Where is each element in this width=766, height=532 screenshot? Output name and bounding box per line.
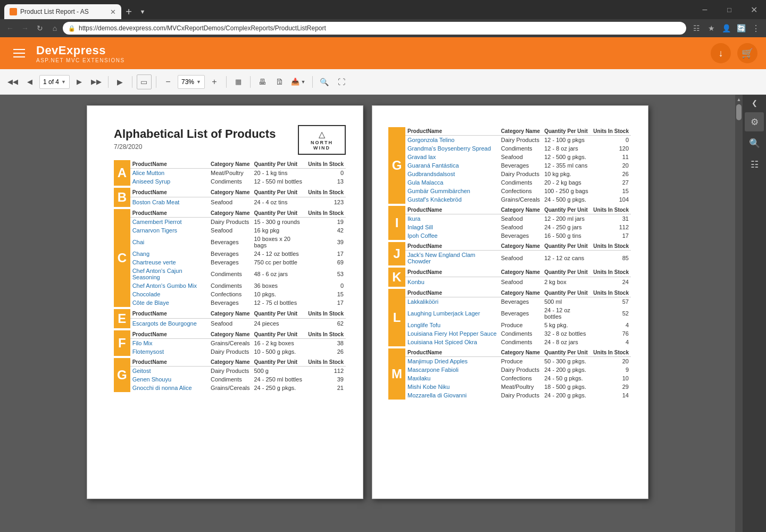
tab-favicon	[10, 8, 17, 15]
logo-triangle-icon: △	[304, 129, 339, 139]
brand-subtitle: ASP.NET MVC EXTENSIONS	[36, 57, 125, 63]
last-page-button[interactable]: ▶▶	[89, 74, 104, 89]
prev-page-button[interactable]: ◀	[22, 74, 37, 89]
select-button[interactable]: ▦	[231, 74, 246, 89]
back-button[interactable]: ←	[3, 21, 17, 35]
search-panel-icon[interactable]: 🔍	[745, 134, 764, 153]
print-button[interactable]: 🖶	[255, 74, 270, 89]
toolbar-sep-6	[312, 76, 313, 88]
page-dropdown-icon[interactable]: ▼	[61, 79, 66, 85]
product-table-left: AProductNameCategory NameQuantity Per Un…	[114, 160, 346, 394]
maximize-button[interactable]: □	[717, 0, 742, 19]
hamburger-button[interactable]	[9, 43, 30, 64]
extensions-button[interactable]: ☷	[689, 21, 703, 35]
zoom-selector[interactable]: 73% ▼	[178, 75, 205, 89]
search-toolbar-button[interactable]: 🔍	[317, 74, 332, 89]
play-button[interactable]: ▶	[113, 74, 128, 89]
panel-collapse-button[interactable]: ❮	[748, 96, 761, 110]
first-page-button[interactable]: ◀◀	[5, 74, 20, 89]
zoom-dropdown-icon[interactable]: ▼	[196, 79, 201, 85]
tab-title: Product List Report - AS	[20, 8, 107, 15]
cart-button[interactable]: 🛒	[737, 43, 757, 63]
refresh-button[interactable]: ↻	[33, 21, 47, 35]
next-page-button[interactable]: ▶	[72, 74, 87, 89]
toolbar-sep-3	[156, 76, 156, 88]
toolbar-sep-1	[108, 76, 109, 88]
report-scroll-area[interactable]: Alphabetical List of Products 7/28/2020 …	[0, 95, 735, 532]
report-page-left: Alphabetical List of Products 7/28/2020 …	[87, 105, 363, 499]
print-layout-button[interactable]: 🖺	[272, 74, 287, 89]
zoom-in-button[interactable]: +	[207, 74, 222, 89]
report-toolbar: ◀◀ ◀ 1 of 4 ▼ ▶ ▶▶ ▶ ▭ − 73% ▼ + ▦ 🖶 🖺 📥…	[0, 69, 766, 95]
fullscreen-button[interactable]: ⛶	[334, 74, 349, 89]
tree-panel-icon[interactable]: ☷	[745, 155, 764, 174]
lock-icon: 🔒	[68, 25, 76, 32]
bookmark-button[interactable]: ★	[704, 21, 718, 35]
toolbar-sep-4	[226, 76, 227, 88]
browser-tab-active[interactable]: Product List Report - AS ✕	[4, 4, 121, 19]
scroll-track: ▲	[735, 95, 743, 532]
browser-chrome: – □ ✕ Product List Report - AS ✕ + ▼ ← →…	[0, 0, 766, 37]
address-bar[interactable]: 🔒 https://demos.devexpress.com/MVCxRepor…	[63, 22, 686, 35]
zoom-level: 73%	[181, 78, 194, 86]
new-tab-button[interactable]: +	[121, 4, 136, 19]
scroll-up-arrow[interactable]: ▲	[736, 96, 743, 103]
sync-button[interactable]: 🔄	[734, 21, 748, 35]
app-header: DevExpress ASP.NET MVC EXTENSIONS ↓ 🛒	[0, 37, 766, 69]
report-logo: △ NORTH WIND	[298, 125, 346, 155]
settings-panel-icon[interactable]: ⚙	[745, 112, 764, 131]
tab-close-icon[interactable]: ✕	[110, 8, 116, 16]
close-button[interactable]: ✕	[742, 0, 766, 19]
minimize-button[interactable]: –	[693, 0, 717, 19]
toolbar-sep-2	[132, 76, 132, 88]
more-menu-button[interactable]: ⋮	[749, 21, 763, 35]
export-button[interactable]: 📥▼	[289, 74, 308, 89]
logo-text-wind: WIND	[304, 145, 339, 151]
forward-button[interactable]: →	[18, 21, 32, 35]
brand: DevExpress ASP.NET MVC EXTENSIONS	[36, 44, 125, 63]
page-selector[interactable]: 1 of 4 ▼	[39, 75, 70, 89]
home-button[interactable]: ⌂	[48, 21, 62, 35]
right-panel: ❮ ⚙ 🔍 ☷	[743, 95, 766, 532]
zoom-out-button[interactable]: −	[161, 74, 176, 89]
page-indicator: 1 of 4	[43, 78, 59, 86]
scroll-thumb[interactable]	[736, 104, 742, 120]
brand-name: DevExpress	[36, 44, 125, 57]
download-button[interactable]: ↓	[711, 43, 731, 63]
report-page-right: GProductNameCategory NameQuantity Per Un…	[372, 105, 648, 499]
toolbar-sep-5	[250, 76, 251, 88]
tab-dropdown-button[interactable]: ▼	[136, 4, 149, 19]
profile-button[interactable]: 👤	[719, 21, 733, 35]
single-page-button[interactable]: ▭	[137, 74, 152, 89]
product-table-right: GProductNameCategory NameQuantity Per Un…	[388, 127, 631, 402]
url-text: https://demos.devexpress.com/MVCxReportD…	[79, 24, 326, 32]
logo-text-north: NORTH	[304, 140, 339, 145]
